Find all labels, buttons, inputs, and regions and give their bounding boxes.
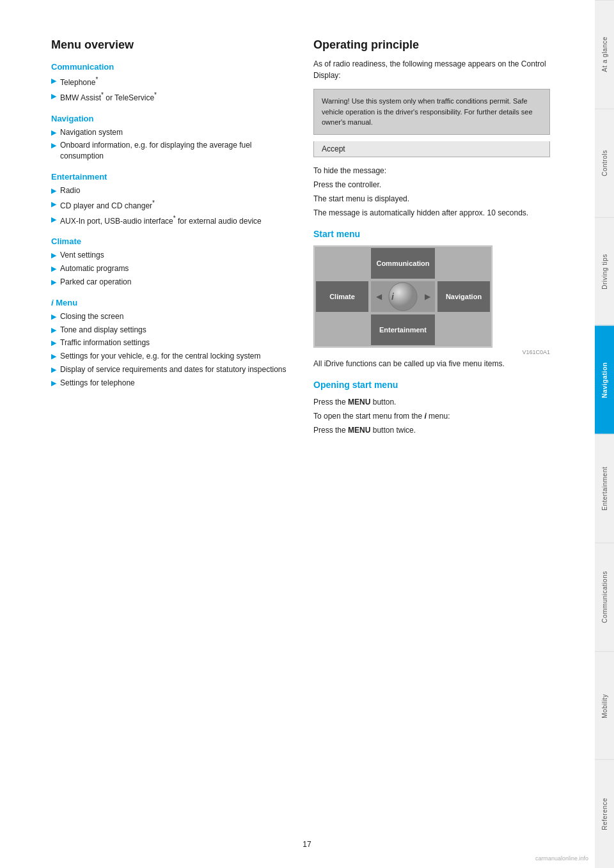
instruction-3: The start menu is displayed. bbox=[313, 193, 550, 205]
sidebar-tab-entertainment[interactable]: Entertainment bbox=[595, 434, 614, 543]
list-item: ▶ Vent settings bbox=[51, 250, 288, 261]
sidebar: At a glance Controls Driving tips Naviga… bbox=[595, 0, 614, 868]
list-arrow-icon: ▶ bbox=[51, 378, 56, 388]
list-item: ▶ Parked car operation bbox=[51, 277, 288, 288]
list-item: ▶ BMW Assist* or TeleService* bbox=[51, 91, 288, 104]
list-arrow-icon: ▶ bbox=[51, 338, 56, 348]
list-arrow-icon: ▶ bbox=[51, 186, 56, 196]
opening-line2: To open the start menu from the i menu: bbox=[313, 410, 550, 422]
list-arrow-icon: ▶ bbox=[51, 128, 56, 137]
menu-desc: All iDrive functions can be called up vi… bbox=[313, 358, 550, 369]
diagram-caption: V161C0A1 bbox=[313, 349, 550, 355]
right-section-title: Operating principle bbox=[313, 38, 550, 52]
list-arrow-icon: ▶ bbox=[51, 365, 56, 375]
menu-heading: i Menu bbox=[51, 298, 288, 307]
communication-heading: Communication bbox=[51, 62, 288, 72]
list-item: ▶ Onboard information, e.g. for displayi… bbox=[51, 140, 288, 162]
list-arrow-icon: ▶ bbox=[51, 76, 56, 86]
instruction-4: The message is automatically hidden afte… bbox=[313, 207, 550, 219]
sidebar-tab-reference[interactable]: Reference bbox=[595, 759, 614, 868]
sidebar-tab-mobility[interactable]: Mobility bbox=[595, 651, 614, 760]
entertainment-heading: Entertainment bbox=[51, 172, 288, 182]
sidebar-tab-controls[interactable]: Controls bbox=[595, 109, 614, 217]
list-arrow-icon: ▶ bbox=[51, 215, 56, 224]
list-arrow-icon: ▶ bbox=[51, 264, 56, 274]
left-section-title: Menu overview bbox=[51, 38, 288, 52]
opening-line1: Press the MENU button. bbox=[313, 396, 550, 408]
instruction-2: Press the controller. bbox=[313, 179, 550, 190]
list-item: ▶ Closing the screen bbox=[51, 311, 288, 322]
accept-label: Accept bbox=[322, 144, 345, 153]
svg-text:▶: ▶ bbox=[425, 292, 431, 301]
op-intro: As of radio readiness, the following mes… bbox=[313, 58, 550, 81]
sidebar-tab-at-a-glance[interactable]: At a glance bbox=[595, 0, 614, 109]
list-item: ▶ Settings for your vehicle, e.g. for th… bbox=[51, 351, 288, 362]
list-arrow-icon: ▶ bbox=[51, 199, 56, 209]
sidebar-tab-navigation[interactable]: Navigation bbox=[595, 325, 614, 434]
list-arrow-icon: ▶ bbox=[51, 91, 56, 101]
svg-text:◀: ◀ bbox=[376, 292, 382, 301]
list-arrow-icon: ▶ bbox=[51, 251, 56, 260]
list-item: ▶ AUX-In port, USB-audio interface* for … bbox=[51, 214, 288, 227]
list-item: ▶ CD player and CD changer* bbox=[51, 199, 288, 212]
list-item: ▶ Traffic information settings bbox=[51, 337, 288, 348]
climate-heading: Climate bbox=[51, 236, 288, 246]
opening-line3: Press the MENU button twice. bbox=[313, 424, 550, 436]
warning-text: Warning! Use this system only when traff… bbox=[322, 97, 533, 126]
sidebar-tab-communications[interactable]: Communications bbox=[595, 543, 614, 651]
list-item: ▶ Settings for telephone bbox=[51, 378, 288, 389]
list-arrow-icon: ▶ bbox=[51, 141, 56, 150]
list-arrow-icon: ▶ bbox=[51, 312, 56, 322]
opening-start-title: Opening start menu bbox=[313, 380, 550, 390]
start-menu-title: Start menu bbox=[313, 229, 550, 239]
svg-text:Entertainment: Entertainment bbox=[379, 326, 427, 334]
accept-area: Accept bbox=[313, 141, 550, 157]
warning-box: Warning! Use this system only when traff… bbox=[313, 89, 550, 135]
list-item: ▶ Tone and display settings bbox=[51, 325, 288, 336]
list-item: ▶ Automatic programs bbox=[51, 263, 288, 274]
svg-text:Communication: Communication bbox=[376, 260, 429, 267]
instruction-1: To hide the message: bbox=[313, 165, 550, 176]
list-item: ▶ Telephone* bbox=[51, 75, 288, 88]
list-item: ▶ Navigation system bbox=[51, 127, 288, 138]
start-menu-diagram: Communication Climate i ◀ bbox=[313, 245, 492, 348]
list-item: ▶ Radio bbox=[51, 185, 288, 196]
list-arrow-icon: ▶ bbox=[51, 325, 56, 335]
navigation-heading: Navigation bbox=[51, 114, 288, 123]
list-arrow-icon: ▶ bbox=[51, 277, 56, 287]
page-number: 17 bbox=[303, 840, 311, 849]
svg-text:Climate: Climate bbox=[329, 293, 355, 300]
list-arrow-icon: ▶ bbox=[51, 352, 56, 361]
watermark: carmanualonline.info bbox=[535, 855, 588, 862]
list-item: ▶ Display of service requirements and da… bbox=[51, 364, 288, 375]
svg-text:Navigation: Navigation bbox=[446, 293, 482, 300]
sidebar-tab-driving-tips[interactable]: Driving tips bbox=[595, 217, 614, 326]
